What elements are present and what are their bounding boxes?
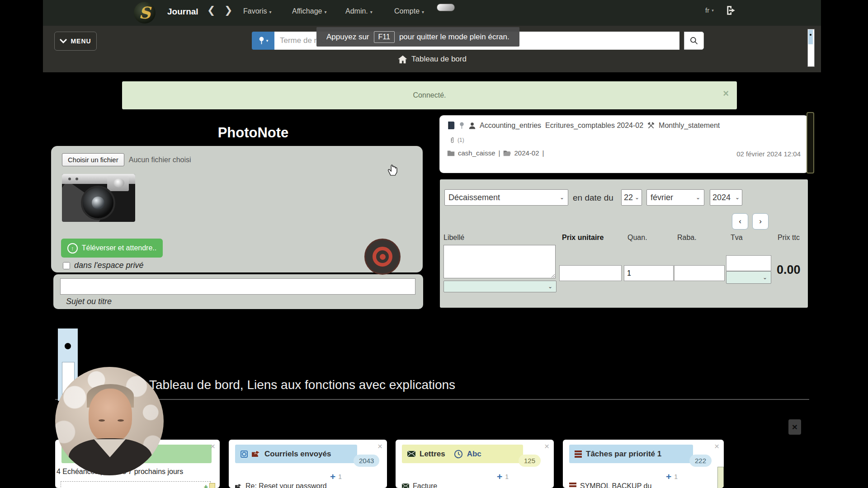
add-icon[interactable]: +	[204, 483, 208, 488]
mini-scrollbar[interactable]	[807, 29, 815, 67]
select-caret-icon: ⌄	[560, 194, 564, 201]
record-button[interactable]	[364, 239, 401, 275]
widget-taches-item[interactable]: SYMBOL BACKUP du	[569, 482, 651, 488]
logout-icon[interactable]	[725, 5, 737, 18]
widget-taches-header[interactable]: Tâches par priorité 1	[569, 445, 693, 463]
envelope-icon	[402, 483, 409, 488]
widget-lettres-add[interactable]: + 1	[497, 471, 509, 482]
f11-key: F11	[374, 31, 395, 43]
presenter-video[interactable]	[55, 367, 164, 475]
widget-courriels-header[interactable]: Courriels envoyés	[235, 445, 357, 463]
clock-icon	[454, 450, 463, 459]
widget-close-icon[interactable]: ×	[377, 441, 382, 451]
history-back-icon[interactable]: ❮	[207, 5, 215, 16]
entry-card-title-b: Ecritures_comptables 2024-02	[545, 122, 643, 130]
subject-input[interactable]	[60, 278, 415, 295]
alert-message: Connecté.	[122, 81, 737, 109]
folder-primary[interactable]: cash_caisse	[458, 149, 495, 157]
widget-lettres[interactable]: Lettres Abc 125 × + 1 Facture	[396, 440, 554, 488]
widget-courriels-add[interactable]: + 1	[330, 471, 342, 482]
subject-label: Sujet ou titre	[66, 297, 112, 306]
mail-send-icon	[235, 483, 242, 488]
year-select[interactable]: 2024⌄	[710, 189, 742, 206]
widget-taches-add[interactable]: + 1	[666, 471, 678, 482]
nav-item-affichage[interactable]: Affichage▾	[292, 7, 326, 15]
file-status: Aucun fichier choisi	[129, 156, 191, 164]
task-list-icon	[575, 450, 582, 458]
private-space-checkbox[interactable]	[63, 262, 70, 269]
camera-image[interactable]	[62, 174, 135, 222]
nav-item-favoris[interactable]: Favoris▾	[243, 7, 271, 15]
private-space-row: dans l'espace privé	[63, 261, 144, 270]
select-caret-icon: ⌄	[635, 194, 639, 201]
mini-scrollbar-dot	[810, 34, 811, 36]
logo-letter: S	[139, 3, 151, 22]
choose-file-button[interactable]: Choisir un fichier	[62, 153, 124, 166]
caret-down-icon: ▾	[370, 9, 373, 14]
photonote-title: PhotoNote	[181, 125, 326, 141]
day-select[interactable]: 22⌄	[621, 189, 642, 206]
mini-scrollbar-thumb[interactable]	[808, 30, 813, 44]
nav-toggle-switch[interactable]	[437, 4, 455, 11]
nav-item-admin[interactable]: Admin.▾	[345, 7, 373, 15]
watch-icon	[241, 450, 248, 458]
private-space-label: dans l'espace privé	[74, 261, 144, 270]
select-caret-icon: ⌄	[763, 274, 767, 281]
home-icon	[398, 55, 407, 64]
entry-card[interactable]: Accounting_entries Ecritures_comptables …	[440, 116, 808, 173]
month-select[interactable]: février⌄	[646, 189, 704, 206]
prix-unitaire-input[interactable]	[559, 265, 622, 281]
libelle-select[interactable]: ⌄	[443, 281, 557, 292]
overlay-close-button[interactable]: ×	[788, 419, 801, 435]
rabais-input[interactable]	[674, 265, 725, 281]
task-list-icon	[569, 483, 576, 488]
entry-type-select[interactable]: Décaissement⌄	[444, 189, 568, 206]
folder-secondary[interactable]: 2024-02	[514, 149, 539, 157]
widget-lettres-header[interactable]: Lettres Abc	[402, 445, 523, 463]
presenter-eyes	[99, 419, 124, 422]
widget-close-icon[interactable]: ×	[714, 441, 719, 451]
folder-icon	[447, 150, 455, 156]
section-title: Tableau de bord, Liens aux fonctions ave…	[149, 378, 455, 392]
prev-entry-button[interactable]: ‹	[732, 213, 748, 230]
widget-close-icon[interactable]: ×	[210, 441, 215, 451]
widget-courriels[interactable]: Courriels envoyés 2043 × + 1 Re: Reset y…	[229, 440, 387, 488]
note-icon	[209, 483, 215, 488]
entry-card-title-a: Accounting_entries	[480, 122, 541, 130]
search-scope-button[interactable]: ▾	[252, 32, 274, 50]
app-logo[interactable]: S	[134, 2, 156, 23]
language-selector[interactable]: fr▾	[705, 6, 714, 14]
mouse-cursor-icon	[387, 163, 399, 178]
widget-scrollbar-thumb[interactable]	[717, 467, 724, 488]
menu-button[interactable]: MENU	[54, 32, 97, 51]
chevron-down-icon	[60, 39, 67, 43]
upload-button[interactable]: ↑ Téléverser et attendre..	[61, 239, 163, 258]
top-navbar	[43, 0, 821, 26]
alert-close-icon[interactable]: ×	[723, 88, 729, 99]
tva-listbox[interactable]	[726, 255, 771, 271]
col-libelle: Libellé	[443, 234, 464, 242]
nav-item-compte[interactable]: Compte▾	[394, 7, 424, 15]
widget-close-icon[interactable]: ×	[544, 441, 549, 451]
upload-icon: ↑	[67, 243, 78, 253]
tva-select[interactable]: ⌄	[726, 271, 771, 284]
camera-dot	[75, 178, 78, 180]
next-entry-button[interactable]: ›	[752, 213, 769, 230]
breadcrumb[interactable]: Tableau de bord	[398, 55, 467, 64]
select-caret-icon: ⌄	[548, 283, 552, 290]
search-button[interactable]	[684, 32, 704, 50]
widget-courriels-item[interactable]: Re: Reset your password	[235, 482, 327, 488]
card-scrollbar[interactable]	[807, 112, 814, 174]
widget-echeances-dropzone[interactable]	[61, 481, 211, 488]
select-caret-icon: ⌄	[696, 194, 700, 201]
widget-lettres-item[interactable]: Facture	[402, 482, 437, 488]
caret-down-icon: ▾	[269, 9, 271, 14]
libelle-textarea[interactable]	[443, 245, 556, 278]
envelope-icon	[407, 451, 415, 457]
widget-taches[interactable]: Tâches par priorité 1 222 × + 1 SYMBOL B…	[563, 440, 724, 488]
section-divider	[55, 399, 809, 400]
quantity-input[interactable]	[624, 265, 674, 281]
camera-lens	[81, 186, 115, 220]
entry-form-panel: Décaissement⌄ en date du 22⌄ février⌄ 20…	[440, 179, 808, 308]
history-forward-icon[interactable]: ❯	[224, 5, 232, 16]
